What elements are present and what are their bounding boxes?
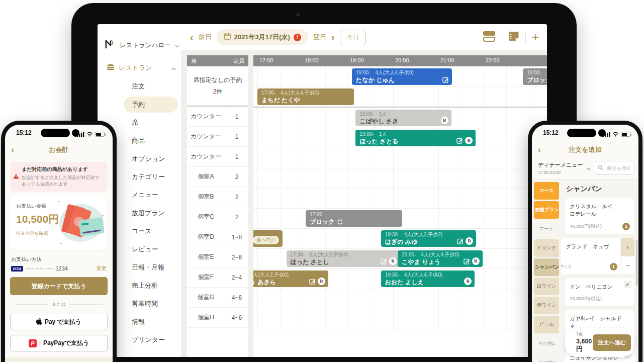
sidebar-section-label: レストラン	[119, 63, 167, 72]
product-price: 40,000円(税込)	[570, 223, 622, 230]
paypay-icon: P	[29, 339, 37, 347]
reservation-source-icon[interactable]: R	[466, 237, 473, 245]
reservation-block[interactable]: 17:00- ブロック	[306, 210, 402, 227]
edit-icon[interactable]	[456, 137, 463, 144]
edit-icon[interactable]	[381, 258, 387, 264]
account-switcher[interactable]: レストランハロー	[105, 38, 181, 52]
reservation-block[interactable]: 20:00- 4人(大人4,子供0) こやま りょう R	[398, 250, 483, 267]
restaurant-icon	[107, 63, 115, 72]
payment-amount-card: お支払い金額 10,500円 注文内容を確認 ✦ ✦ ✦	[10, 196, 108, 250]
reservation-source-icon[interactable]: R	[464, 278, 472, 285]
category-tab-7[interactable]: ビール	[534, 316, 559, 333]
sidebar-item-0[interactable]: 注文	[98, 77, 181, 96]
product-card[interactable]: クリュッグ グランド キュヴェ (お尋ねください)1 +−	[561, 238, 634, 275]
seat-capacity: 2	[225, 187, 248, 207]
edit-icon[interactable]	[457, 238, 464, 244]
reservation-block[interactable]: 19:00- 4人(大人4,子供0) たなか じゅん	[352, 68, 452, 85]
card-last4: 1234	[55, 265, 67, 272]
reservation-source-icon[interactable]: R	[472, 257, 480, 265]
reservation-block[interactable]: 19:00- 1人 こばやし さき R	[355, 110, 451, 126]
sidebar-item-1[interactable]: 予約	[124, 97, 178, 113]
category-tab-2[interactable]: フード	[534, 220, 559, 238]
edit-icon[interactable]	[464, 258, 470, 264]
reservation-source-icon[interactable]: R	[318, 278, 325, 285]
pay-registered-card-button[interactable]: 登録カードで支払う	[10, 277, 108, 295]
reservation-block[interactable]: 17:30- 6人(大人2,子供4) ほった さとし R	[287, 250, 400, 267]
rows-view-icon[interactable]	[483, 31, 496, 44]
seat-row[interactable]: カウンター 1	[187, 127, 248, 147]
reservation-block[interactable]: 18:00- ブロック	[523, 68, 547, 85]
reservation-block[interactable]: 17:00- 4人(大人4,子供0) まちだ たくや	[257, 88, 354, 105]
reservation-block[interactable]: 19:30- 4人(大人2,子供2) はぎの みゆ R	[381, 230, 477, 247]
prev-day-chevron-icon[interactable]: ‹	[190, 32, 194, 42]
tablet-camera	[296, 13, 300, 17]
seat-row[interactable]: 個室H 4~6	[187, 308, 248, 328]
seat-row[interactable]: 個室D 1~8	[187, 227, 248, 247]
category-tab-3[interactable]: ドリンク	[534, 239, 559, 257]
seat-row[interactable]: 個室C 2	[187, 207, 248, 227]
search-input[interactable]	[606, 165, 630, 171]
decrease-button[interactable]: −	[621, 256, 634, 275]
seat-row[interactable]: 個室G 4~6	[187, 288, 248, 308]
product-card[interactable]: ドン ペリニヨン 23,000円(税込)	[565, 278, 634, 306]
wifi-icon	[612, 130, 619, 139]
category-tab-1[interactable]: 放題プラン	[534, 201, 559, 219]
chevron-down-icon[interactable]	[586, 163, 591, 172]
block-name: おおた よしえ	[385, 278, 471, 286]
block-name: ほった さとし	[291, 258, 396, 266]
change-card-link[interactable]: 変更	[97, 265, 107, 272]
menu-select[interactable]: ディナーメニュー 17:00-23:00	[538, 161, 583, 175]
category-tab-6[interactable]: 赤ワイン	[534, 297, 559, 314]
today-button[interactable]: 今日	[340, 30, 366, 45]
seat-row[interactable]: カウンター 1	[187, 107, 248, 127]
unassigned-reservations-cell[interactable]: 席指定なしの予約 2件	[187, 66, 248, 107]
paypay-button[interactable]: P | PayPayで支払う	[10, 335, 108, 351]
reservation-block[interactable]: 19:30- 4人(大人4,子供0) おおた よしえ R	[381, 270, 475, 287]
edit-icon[interactable]	[309, 278, 316, 285]
sidebar-section-restaurant[interactable]: レストラン	[107, 60, 176, 75]
product-search[interactable]	[594, 161, 634, 175]
back-button[interactable]: ‹	[11, 145, 14, 155]
add-reservation-button[interactable]: +	[532, 31, 539, 43]
date-picker[interactable]: 2021年3月17日(水) !	[217, 29, 308, 45]
block-time: 19:00- 1人	[359, 131, 472, 137]
category-tab-0[interactable]: コース	[534, 182, 559, 200]
edit-icon[interactable]	[624, 281, 631, 288]
proceed-order-button[interactable]: 注文へ進む	[593, 334, 631, 351]
reservation-source-icon[interactable]: R	[389, 257, 397, 265]
seat-row[interactable]: 個室F 2~4	[187, 267, 248, 288]
seat-row[interactable]: カウンター 1	[187, 147, 248, 167]
product-name: クリュッグ グランド キュヴェ	[561, 243, 617, 258]
alert-title: まだ対応前の商品があります	[22, 166, 104, 173]
next-day-button[interactable]: 翌日	[313, 33, 326, 42]
block-time: 19:00- 1人	[359, 111, 447, 117]
block-time: 19:30- 4人(大人4,子供0)	[385, 272, 471, 278]
toolbar-divider	[502, 32, 502, 43]
category-tab-9[interactable]: その他2	[534, 354, 559, 362]
seat-row[interactable]: 個室A 2	[187, 167, 248, 187]
notes-view-icon[interactable]	[508, 31, 519, 44]
seat-row[interactable]: 個室B 2	[187, 187, 248, 207]
reservation-source-icon[interactable]: R	[441, 117, 448, 124]
reservation-block[interactable]: 19:00- 1人 ほった さとる R	[355, 130, 476, 146]
prev-day-button[interactable]: 前日	[199, 33, 212, 42]
apple-pay-label: Pay で支払う	[45, 318, 81, 326]
phone-left-screen: 15:12 ‹ お会計 まだ対応前の商品があります お会	[5, 125, 113, 362]
increase-button[interactable]: +	[621, 238, 634, 256]
back-button[interactable]: ‹	[538, 145, 541, 155]
seat-name: カウンター	[187, 127, 225, 146]
product-price: (お尋ねください)	[561, 263, 610, 270]
block-name: たなか じゅん	[356, 76, 448, 84]
apple-pay-button[interactable]: Pay で支払う	[10, 314, 108, 330]
scrollbar[interactable]	[636, 240, 637, 286]
product-card[interactable]: クリスタル ルイ ロデレール 40,000円(税込)1	[565, 198, 634, 234]
category-tab-4[interactable]: シャンパン	[534, 258, 559, 276]
edit-icon[interactable]	[442, 76, 449, 83]
reservation-source-icon[interactable]: R	[465, 137, 473, 144]
reservation-block[interactable]: 16:00- 2人(大人2,子供0) しんどう あきら R	[253, 270, 328, 287]
seat-row[interactable]: 個室E 2~6	[187, 247, 248, 267]
reservation-block[interactable]: 食べログ	[253, 230, 283, 247]
category-tab-8[interactable]: その他1	[534, 335, 559, 352]
category-tab-5[interactable]: 白ワイン	[534, 278, 559, 295]
next-day-chevron-icon[interactable]: ›	[331, 32, 335, 42]
